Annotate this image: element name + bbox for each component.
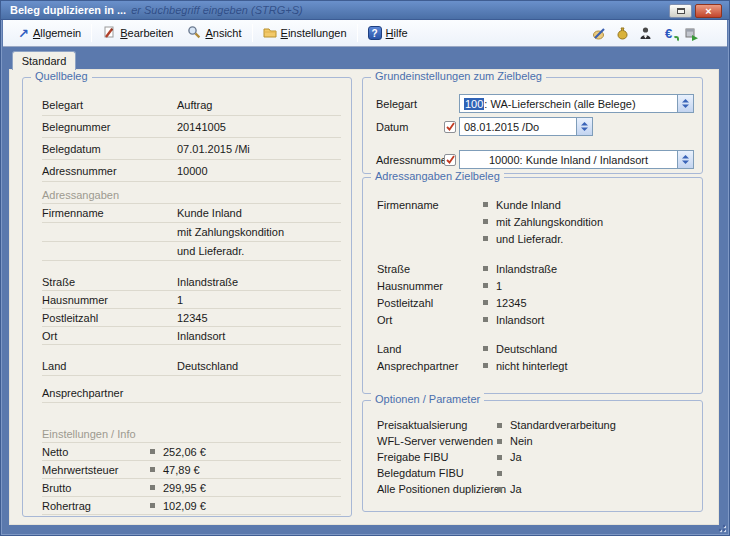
- field-label: Belegart: [42, 99, 177, 111]
- field-label: Belegart: [376, 98, 444, 110]
- field-value: Kunde Inland: [496, 199, 561, 211]
- section-label-adressangaben: Adressangaben: [42, 188, 341, 204]
- field-row: Postleitzahl12345: [42, 309, 341, 327]
- field-row: mit Zahlungskondition: [42, 223, 341, 242]
- help-icon: ?: [368, 26, 382, 40]
- package-icon[interactable]: [684, 26, 699, 41]
- field-row: Belegnummer20141005: [42, 116, 341, 138]
- field-value: 07.01.2015 /Mi: [177, 143, 250, 155]
- field-label: Alle Positionen duplizieren: [377, 483, 497, 495]
- menu-label: Hilfe: [386, 27, 408, 39]
- field-row: Mehrwertsteuer47,89 €: [42, 461, 341, 479]
- person-icon[interactable]: [638, 26, 653, 41]
- selected-text: 100: [464, 98, 484, 110]
- dropdown-spin-button[interactable]: [677, 151, 693, 168]
- bullet-square-icon: [497, 471, 502, 476]
- group-title: Optionen / Parameter: [371, 393, 484, 405]
- field-row: Ansprechpartner: [42, 384, 341, 403]
- adressnummer-row: Adressnummer 10000: Kunde Inland / Inlan…: [376, 150, 694, 169]
- field-label: Firmenname: [377, 199, 483, 211]
- field-value: 20141005: [177, 121, 226, 133]
- field-label: Land: [377, 343, 483, 355]
- question-glyph: ?: [372, 28, 378, 39]
- window-title: Beleg duplizieren in ...: [1, 4, 126, 16]
- money-bag-icon[interactable]: [615, 26, 630, 41]
- titlebar: Beleg duplizieren in ... er Suchbegriff …: [1, 1, 729, 20]
- bullet-square-icon: [483, 219, 488, 224]
- field-value: Standardverarbeitung: [510, 419, 616, 431]
- date-value: 08.01.2015 /Do: [460, 121, 576, 133]
- field-label: Firmenname: [42, 207, 177, 219]
- group-adressangaben-zielbeleg: Adressangaben Zielbeleg FirmennameKunde …: [362, 177, 703, 394]
- menu-item-allgemein[interactable]: ↗ Allgemein: [11, 24, 88, 43]
- field-row: BelegartAuftrag: [42, 94, 341, 116]
- dropdown-spin-button[interactable]: [677, 95, 693, 112]
- menu-label: Bearbeiten: [120, 27, 173, 39]
- field-label: Freigabe FIBU: [377, 451, 497, 463]
- bullet-square-icon: [150, 503, 155, 508]
- field-row: StraßeInlandstraße: [377, 260, 694, 277]
- field-value: Auftrag: [177, 99, 212, 111]
- field-row: Adressnummer10000: [42, 160, 341, 182]
- field-row: OrtInlandsort: [42, 327, 341, 345]
- field-value: nicht hinterlegt: [496, 360, 568, 372]
- belegart-combobox[interactable]: 100 : WA-Lieferschein (alle Belege): [459, 94, 694, 113]
- bullet-square-icon: [150, 449, 155, 454]
- menu-label: Ansicht: [205, 27, 241, 39]
- date-spin-button[interactable]: [576, 118, 592, 135]
- field-value: 12345: [177, 312, 208, 324]
- bullet-square-icon: [483, 236, 488, 241]
- adressnummer-checkbox[interactable]: [444, 154, 456, 166]
- bullet-square-icon: [150, 467, 155, 472]
- restore-button[interactable]: [669, 4, 692, 18]
- menu-separator: [252, 24, 253, 42]
- group-grundeinstellungen: Grundeinstellungen zum Zielbeleg Belegar…: [362, 77, 703, 174]
- menu-item-hilfe[interactable]: ? Hilfe: [361, 23, 415, 43]
- field-label: Mehrwertsteuer: [42, 464, 150, 476]
- field-value: Inlandstraße: [177, 276, 238, 288]
- field-row: Ansprechpartnernicht hinterlegt: [377, 357, 694, 374]
- field-value: Deutschland: [177, 360, 238, 372]
- close-button[interactable]: ×: [695, 4, 722, 18]
- tab-label: Standard: [22, 55, 67, 67]
- sign-icon[interactable]: [592, 26, 607, 41]
- euro-arrow-icon: [673, 36, 679, 42]
- field-row: Freigabe FIBUJa: [377, 449, 694, 465]
- field-label: Hausnummer: [42, 294, 177, 306]
- search-watermark: er Suchbegriff eingeben (STRG+S): [131, 4, 303, 16]
- restore-icon: [677, 8, 685, 14]
- bullet-square-icon: [483, 317, 488, 322]
- field-label: Netto: [42, 446, 150, 458]
- edit-tool-icon: [102, 25, 116, 41]
- field-row: Rohertrag102,09 €: [42, 497, 341, 515]
- bullet-square-icon: [483, 202, 488, 207]
- datum-field[interactable]: 08.01.2015 /Do: [459, 117, 593, 136]
- dialog-window: Beleg duplizieren in ... er Suchbegriff …: [0, 0, 730, 536]
- field-label: Ansprechpartner: [42, 387, 177, 399]
- bullet-square-icon: [483, 363, 488, 368]
- menu-item-einstellungen[interactable]: Einstellungen: [256, 22, 354, 44]
- combo-value: 10000: Kunde Inland / Inlandsort: [460, 154, 677, 166]
- field-row: OrtInlandsort: [377, 311, 694, 328]
- field-label: Adressnummer: [376, 154, 444, 166]
- bullet-square-icon: [483, 300, 488, 305]
- menu-item-ansicht[interactable]: Ansicht: [180, 22, 248, 44]
- bullet-square-icon: [497, 439, 502, 444]
- euro-glyph: €: [665, 26, 672, 41]
- bullet-square-icon: [150, 485, 155, 490]
- adressnummer-combobox[interactable]: 10000: Kunde Inland / Inlandsort: [459, 150, 694, 169]
- field-value: Kunde Inland: [177, 207, 242, 219]
- datum-checkbox[interactable]: [444, 121, 456, 133]
- close-icon: ×: [705, 6, 711, 17]
- field-row: FirmennameKunde Inland: [42, 204, 341, 223]
- field-row: Belegdatum07.01.2015 /Mi: [42, 138, 341, 160]
- field-label: Land: [42, 360, 177, 372]
- menu-item-bearbeiten[interactable]: Bearbeiten: [95, 22, 180, 44]
- field-row: und Lieferadr.: [42, 242, 341, 261]
- field-value: Deutschland: [496, 343, 557, 355]
- folder-icon: [263, 25, 277, 41]
- tab-standard[interactable]: Standard: [12, 51, 76, 70]
- group-title: Quellbeleg: [31, 70, 92, 82]
- field-row: Postleitzahl12345: [377, 294, 694, 311]
- euro-icon[interactable]: €: [661, 26, 676, 41]
